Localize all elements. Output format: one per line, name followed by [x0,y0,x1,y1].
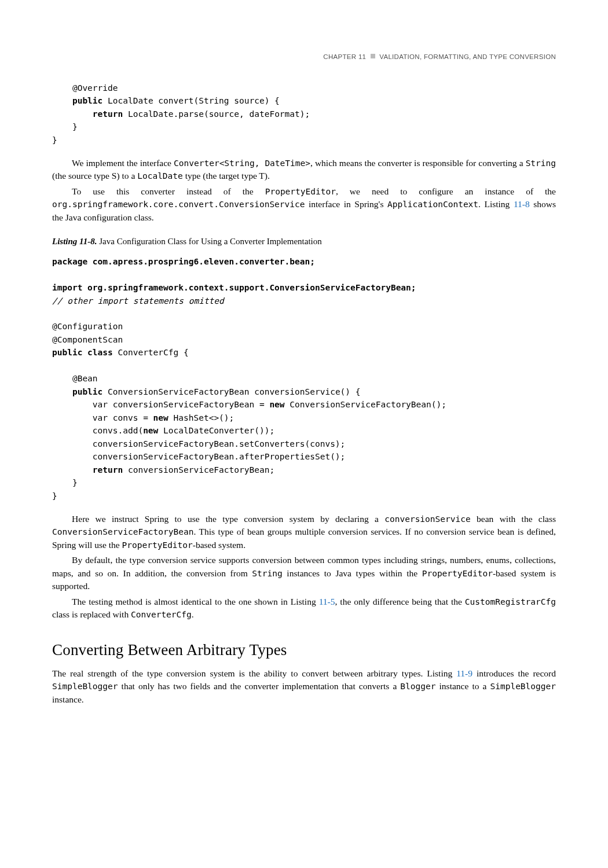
section-heading: Converting Between Arbitrary Types [52,639,556,661]
chapter-header: CHAPTER 11 VALIDATION, FORMATTING, AND T… [52,52,556,62]
paragraph: The testing method is almost identical t… [52,595,556,621]
paragraph: The real strength of the type conversion… [52,667,556,706]
listing-caption: Listing 11-8. Java Configuration Class f… [52,236,556,248]
listing-xref[interactable]: 11-9 [456,668,473,678]
header-separator-icon [371,54,375,58]
paragraph: To use this converter instead of the Pro… [52,185,556,224]
chapter-label: CHAPTER 11 [323,53,366,60]
paragraph: By default, the type conversion service … [52,554,556,593]
paragraph: Here we instruct Spring to use the type … [52,513,556,551]
listing-xref[interactable]: 11-8 [514,199,530,209]
code-block-1: @Override public LocalDate convert(Strin… [52,82,556,146]
paragraph: We implement the interface Converter<Str… [52,157,556,183]
code-block-2: package com.apress.prospring6.eleven.con… [52,255,556,502]
chapter-title: VALIDATION, FORMATTING, AND TYPE CONVERS… [379,53,556,60]
listing-xref[interactable]: 11-5 [319,597,335,606]
